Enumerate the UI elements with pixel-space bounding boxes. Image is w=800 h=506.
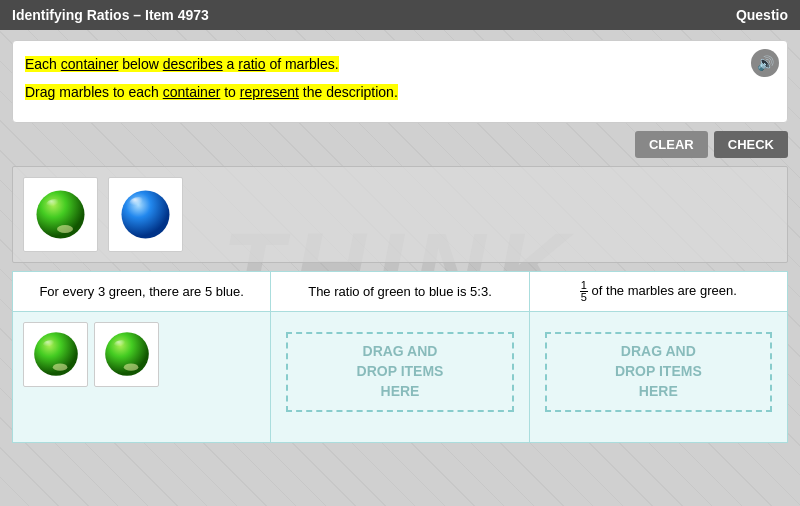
svg-point-4 [129, 197, 149, 211]
clear-button[interactable]: CLEAR [635, 131, 708, 158]
marble-palette [12, 166, 788, 263]
instruction-text-2: Drag marbles to each container to repres… [25, 84, 398, 100]
svg-point-3 [122, 190, 170, 238]
action-buttons: CLEAR CHECK [0, 131, 800, 166]
check-button[interactable]: CHECK [714, 131, 788, 158]
drop-zone-1-label: For every 3 green, there are 5 blue. [13, 272, 270, 312]
svg-point-7 [52, 364, 67, 371]
instruction-line-2: Drag marbles to each container to repres… [25, 81, 747, 103]
drop-zone-1-content [13, 312, 270, 442]
drop-zone-3-placeholder: DRAG ANDDROP ITEMSHERE [545, 332, 772, 412]
green-marble-zone1-1[interactable] [23, 322, 88, 387]
sound-button[interactable]: 🔊 [751, 49, 779, 77]
fraction-icon: 1 5 [580, 280, 588, 303]
instruction-line-1: Each container below describes a ratio o… [25, 53, 747, 75]
fraction-numerator: 1 [580, 280, 588, 292]
svg-point-6 [42, 340, 58, 351]
drop-zone-3-label: 1 5 of the marbles are green. [530, 272, 787, 312]
svg-point-9 [113, 340, 129, 351]
app-header: Identifying Ratios – Item 4973 Questio [0, 0, 800, 30]
drop-zone-2-content: DRAG ANDDROP ITEMSHERE [271, 312, 528, 442]
drop-zone-2[interactable]: The ratio of green to blue is 5:3. DRAG … [271, 271, 529, 443]
fraction-label: 1 5 of the marbles are green. [580, 280, 737, 303]
green-marble-palette[interactable] [23, 177, 98, 252]
fraction-suffix: of the marbles are green. [592, 283, 737, 298]
blue-marble-palette[interactable] [108, 177, 183, 252]
header-right: Questio [736, 7, 788, 23]
instruction-text-1: Each container below describes a ratio o… [25, 56, 339, 72]
drop-zone-2-placeholder: DRAG ANDDROP ITEMSHERE [286, 332, 513, 412]
main-content: THINK Each container below describes a r… [0, 30, 800, 506]
drop-zone-1[interactable]: For every 3 green, there are 5 blue. [12, 271, 271, 443]
instruction-box: Each container below describes a ratio o… [12, 40, 788, 123]
page-title: Identifying Ratios – Item 4973 [12, 7, 209, 23]
drop-zone-3[interactable]: 1 5 of the marbles are green. DRAG ANDDR… [530, 271, 788, 443]
drop-zone-2-label: The ratio of green to blue is 5:3. [271, 272, 528, 312]
drop-zone-3-content: DRAG ANDDROP ITEMSHERE [530, 312, 787, 442]
svg-point-2 [57, 225, 73, 233]
svg-point-10 [123, 364, 138, 371]
fraction-denominator: 5 [580, 292, 588, 303]
green-marble-zone1-2[interactable] [94, 322, 159, 387]
svg-point-1 [46, 199, 64, 211]
drop-zones-container: For every 3 green, there are 5 blue. [12, 271, 788, 443]
